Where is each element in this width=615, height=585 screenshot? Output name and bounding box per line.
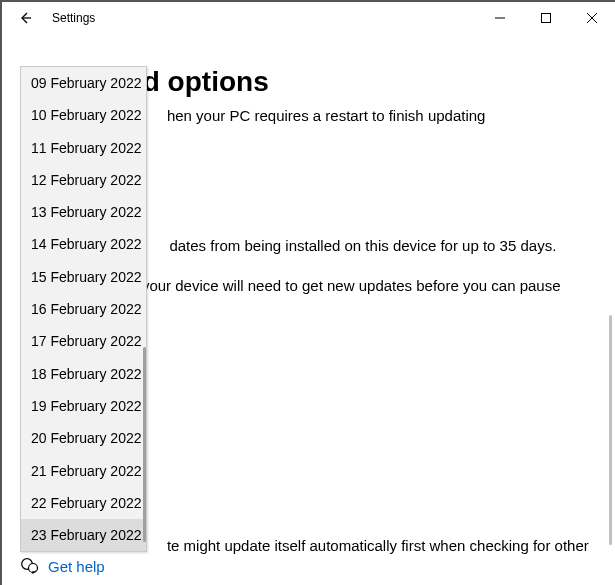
dropdown-option[interactable]: 16 February 2022 (21, 293, 146, 325)
maximize-icon (541, 13, 551, 23)
dropdown-option[interactable]: 12 February 2022 (21, 164, 146, 196)
dropdown-option[interactable]: 09 February 2022 (21, 67, 146, 99)
arrow-left-icon (17, 10, 33, 26)
pause-until-dropdown[interactable]: 09 February 202210 February 202211 Febru… (20, 66, 147, 552)
dropdown-option[interactable]: 18 February 2022 (21, 358, 146, 390)
dropdown-option[interactable]: 20 February 2022 (21, 422, 146, 454)
help-row: Get help (20, 556, 105, 577)
dropdown-option[interactable]: 10 February 2022 (21, 99, 146, 131)
dropdown-option[interactable]: 21 February 2022 (21, 455, 146, 487)
page-scrollbar[interactable] (609, 315, 612, 545)
back-button[interactable] (2, 2, 48, 34)
minimize-button[interactable] (477, 2, 523, 34)
help-icon (20, 556, 38, 577)
dropdown-option[interactable]: 13 February 2022 (21, 196, 146, 228)
dropdown-scrollbar[interactable] (143, 347, 146, 542)
dropdown-option[interactable]: 15 February 2022 (21, 261, 146, 293)
dropdown-option[interactable]: 14 February 2022 (21, 228, 146, 260)
minimize-icon (495, 13, 505, 23)
dropdown-option[interactable]: 22 February 2022 (21, 487, 146, 519)
svg-rect-2 (542, 14, 551, 23)
maximize-button[interactable] (523, 2, 569, 34)
window-title: Settings (48, 11, 95, 25)
titlebar: Settings (2, 2, 615, 34)
get-help-link[interactable]: Get help (48, 558, 105, 575)
dropdown-option[interactable]: 23 February 2022 (21, 519, 146, 551)
window-controls (477, 2, 615, 34)
dropdown-option[interactable]: 11 February 2022 (21, 132, 146, 164)
close-icon (587, 13, 597, 23)
close-button[interactable] (569, 2, 615, 34)
dropdown-option[interactable]: 19 February 2022 (21, 390, 146, 422)
dropdown-list: 09 February 202210 February 202211 Febru… (21, 67, 146, 551)
dropdown-option[interactable]: 17 February 2022 (21, 325, 146, 357)
